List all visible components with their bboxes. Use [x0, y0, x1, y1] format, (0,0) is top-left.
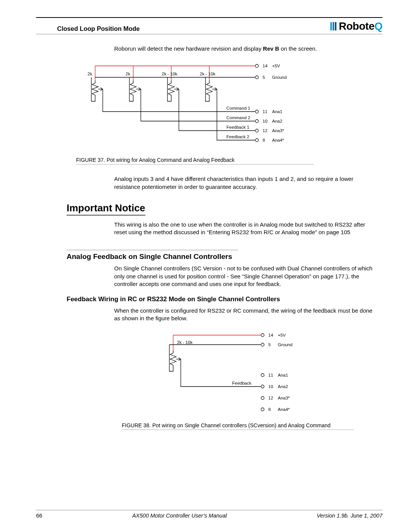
signal-label: Feedback	[232, 381, 252, 385]
signal-label: Feedback 1	[226, 125, 249, 129]
brand-name: RoboteQ	[339, 20, 382, 32]
page-header: Closed Loop Position Mode RoboteQ	[36, 17, 382, 34]
svg-point-10	[261, 396, 264, 399]
figure-37-svg: 2k 2k 2k - 10k 2k - 10k Command 1 Comman…	[76, 60, 320, 152]
term-name: Ana3*	[278, 396, 290, 400]
term-pin: 12	[268, 396, 273, 400]
section-heading: Analog Feedback on Single Channel Contro…	[67, 250, 238, 261]
figure-38-caption: FIGURE 38. Pot wiring on Single Channel …	[122, 421, 354, 430]
term-name: Ground	[278, 342, 292, 347]
page-footer: 66 AX500 Motor Controller User’s Manual …	[36, 510, 382, 519]
logo-bars-icon	[330, 22, 336, 30]
pot-label: 2k	[126, 72, 130, 76]
paragraph: On Single Channel controllers (SC Versio…	[114, 265, 379, 288]
term-name: Ana3*	[272, 128, 284, 133]
svg-point-7	[261, 343, 264, 346]
term-pin: 5	[268, 342, 271, 347]
term-pin: 5	[263, 75, 265, 80]
pot-label: 2k	[88, 72, 92, 76]
term-pin: 14	[263, 64, 268, 68]
svg-point-6	[261, 334, 264, 337]
brand-logo: RoboteQ	[330, 20, 382, 32]
subsection-heading: Feedback Wiring in RC or RS232 Mode on S…	[67, 296, 382, 303]
term-name: Ana1	[272, 109, 282, 114]
term-name: Ana2	[278, 384, 288, 389]
intro-paragraph: Roborun will detect the new hardware rev…	[114, 45, 379, 53]
term-pin: 11	[268, 373, 273, 377]
svg-point-9	[261, 385, 264, 388]
term-pin: 8	[268, 407, 271, 412]
term-name: Ana2	[272, 119, 282, 123]
paragraph: Analog inputs 3 and 4 have different cha…	[114, 175, 379, 191]
footer-title: AX500 Motor Controller User’s Manual	[132, 513, 227, 519]
term-name: Ana4*	[272, 138, 284, 142]
svg-point-4	[255, 129, 258, 132]
notice-paragraph: This wiring is also the one to use when …	[114, 221, 379, 236]
document-page: Closed Loop Position Mode RoboteQ Roboru…	[0, 0, 411, 532]
figure-37-caption: FIGURE 37. Pot wiring for Analog Command…	[76, 155, 314, 165]
footer-version: Version 1.9b. June 1, 2007	[317, 513, 382, 519]
term-pin: 8	[263, 138, 265, 142]
svg-point-5	[255, 139, 258, 142]
term-name: +5V	[272, 64, 280, 68]
svg-point-3	[255, 120, 258, 123]
term-pin: 11	[263, 109, 268, 114]
page-number: 66	[36, 513, 42, 519]
pot-label: 2k - 10k	[162, 72, 177, 76]
signal-label: Command 2	[226, 115, 250, 120]
important-notice-heading: Important Notice	[67, 202, 145, 216]
svg-point-0	[255, 64, 258, 67]
svg-point-2	[255, 110, 258, 113]
figure-38-svg: 2k - 10k Feedback 14 +5V 5 Ground 11 Ana…	[150, 329, 325, 417]
term-pin: 12	[263, 128, 268, 133]
pot-label: 2k - 10k	[177, 340, 193, 345]
signal-label: Feedback 2	[226, 134, 249, 139]
svg-point-8	[261, 374, 264, 377]
figure-37: 2k 2k 2k - 10k 2k - 10k Command 1 Comman…	[76, 60, 382, 152]
term-name: Ana4*	[278, 407, 290, 412]
term-pin: 10	[263, 119, 268, 123]
paragraph: When the controller is configured for RS…	[114, 307, 379, 323]
figure-38: 2k - 10k Feedback 14 +5V 5 Ground 11 Ana…	[150, 329, 382, 417]
term-name: +5V	[278, 333, 286, 337]
pot-label: 2k - 10k	[200, 72, 215, 76]
term-name: Ana1	[278, 373, 288, 377]
term-pin: 14	[268, 333, 273, 337]
svg-point-1	[255, 76, 258, 79]
signal-label: Command 1	[226, 106, 250, 110]
section-title: Closed Loop Position Mode	[36, 25, 140, 32]
term-pin: 10	[268, 384, 273, 389]
svg-point-11	[261, 408, 264, 411]
term-name: Ground	[272, 75, 287, 80]
